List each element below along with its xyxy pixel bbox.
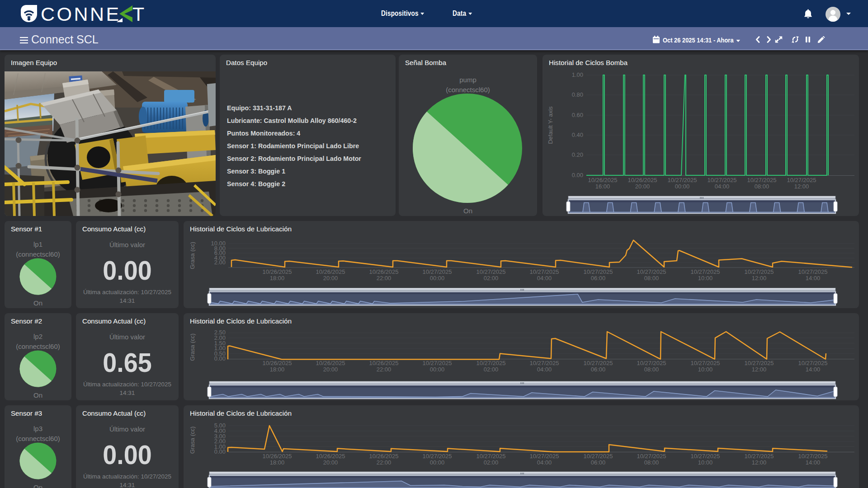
svg-text:10/27/2025: 10/27/2025 [690, 268, 720, 275]
svg-text:10/27/2025: 10/27/2025 [529, 453, 559, 460]
svg-text:1.00: 1.00 [572, 71, 583, 78]
svg-text:10/26/2025: 10/26/2025 [369, 268, 398, 275]
svg-text:10/26/2025: 10/26/2025 [316, 453, 345, 460]
svg-text:10/27/2025: 10/27/2025 [583, 268, 613, 275]
svg-text:10:00: 10:00 [698, 275, 713, 282]
svg-text:10/26/2025: 10/26/2025 [262, 453, 292, 460]
svg-text:10/26/2025: 10/26/2025 [262, 360, 292, 366]
svg-text:10/27/2025: 10/27/2025 [476, 360, 505, 366]
svg-text:00:00: 00:00 [675, 183, 690, 190]
svg-text:18:00: 18:00 [270, 366, 285, 373]
svg-text:10/27/2025: 10/27/2025 [583, 360, 613, 366]
svg-text:10/27/2025: 10/27/2025 [529, 360, 559, 366]
svg-text:12:00: 12:00 [752, 366, 767, 373]
svg-text:10/26/2025: 10/26/2025 [588, 177, 617, 183]
svg-text:10/27/2025: 10/27/2025 [690, 360, 720, 366]
svg-text:10:00: 10:00 [698, 459, 713, 466]
svg-text:14:00: 14:00 [806, 366, 821, 373]
svg-text:10/27/2025: 10/27/2025 [744, 268, 774, 275]
svg-text:10/26/2025: 10/26/2025 [316, 268, 345, 275]
svg-text:16:00: 16:00 [595, 183, 610, 190]
svg-text:10/26/2025: 10/26/2025 [262, 268, 292, 275]
svg-text:10/27/2025: 10/27/2025 [422, 453, 452, 460]
svg-text:10/27/2025: 10/27/2025 [667, 177, 697, 183]
svg-text:06:00: 06:00 [591, 459, 606, 466]
svg-text:Default Y- axis: Default Y- axis [547, 106, 554, 144]
svg-text:0.00: 0.00 [214, 355, 226, 362]
svg-text:10/27/2025: 10/27/2025 [637, 268, 666, 275]
svg-text:08:00: 08:00 [644, 459, 659, 466]
svg-text:10/27/2025: 10/27/2025 [637, 453, 666, 460]
svg-text:10/27/2025: 10/27/2025 [422, 268, 452, 275]
svg-text:10/27/2025: 10/27/2025 [690, 453, 720, 460]
svg-text:10/26/2025: 10/26/2025 [627, 177, 657, 183]
svg-text:Grasa (cc): Grasa (cc) [189, 242, 196, 269]
svg-text:00:00: 00:00 [430, 366, 445, 373]
svg-text:10/27/2025: 10/27/2025 [744, 360, 774, 366]
svg-text:06:00: 06:00 [591, 275, 606, 282]
svg-text:10/27/2025: 10/27/2025 [798, 360, 827, 366]
svg-text:18:00: 18:00 [270, 275, 285, 282]
svg-text:04:00: 04:00 [537, 366, 552, 373]
svg-text:22:00: 22:00 [377, 459, 392, 466]
svg-text:18:00: 18:00 [270, 459, 285, 466]
svg-text:10/27/2025: 10/27/2025 [798, 268, 827, 275]
svg-text:02:00: 02:00 [484, 275, 499, 282]
svg-text:10:00: 10:00 [698, 366, 713, 373]
svg-text:14:00: 14:00 [806, 275, 821, 282]
svg-text:10/27/2025: 10/27/2025 [422, 360, 452, 366]
svg-text:0.40: 0.40 [572, 131, 583, 138]
svg-text:Grasa (cc): Grasa (cc) [189, 333, 196, 361]
svg-text:Grasa (cc): Grasa (cc) [189, 427, 196, 454]
svg-text:0.00: 0.00 [214, 448, 226, 455]
svg-text:10/26/2025: 10/26/2025 [316, 360, 345, 366]
svg-text:2.00: 2.00 [214, 259, 226, 266]
svg-text:10/27/2025: 10/27/2025 [529, 268, 559, 275]
svg-text:12:00: 12:00 [794, 183, 809, 190]
svg-text:12:00: 12:00 [752, 459, 767, 466]
svg-text:08:00: 08:00 [644, 366, 659, 373]
svg-text:10/27/2025: 10/27/2025 [707, 177, 736, 183]
svg-text:00:00: 00:00 [430, 275, 445, 282]
svg-text:12:00: 12:00 [752, 275, 767, 282]
svg-text:10/27/2025: 10/27/2025 [747, 177, 776, 183]
svg-text:08:00: 08:00 [755, 183, 769, 190]
svg-text:22:00: 22:00 [377, 275, 392, 282]
svg-text:10/27/2025: 10/27/2025 [787, 177, 816, 183]
svg-text:10/26/2025: 10/26/2025 [369, 360, 398, 366]
svg-text:20:00: 20:00 [635, 183, 650, 190]
svg-text:10/27/2025: 10/27/2025 [476, 268, 505, 275]
svg-text:20:00: 20:00 [323, 275, 338, 282]
svg-text:0.60: 0.60 [572, 112, 583, 118]
svg-text:10/27/2025: 10/27/2025 [744, 453, 774, 460]
svg-text:04:00: 04:00 [537, 459, 552, 466]
svg-text:10/27/2025: 10/27/2025 [583, 453, 613, 460]
svg-text:02:00: 02:00 [484, 459, 499, 466]
svg-text:0.20: 0.20 [572, 151, 583, 158]
svg-text:10/26/2025: 10/26/2025 [369, 453, 398, 460]
svg-text:04:00: 04:00 [537, 275, 552, 282]
svg-text:10/27/2025: 10/27/2025 [637, 360, 666, 366]
svg-text:20:00: 20:00 [323, 459, 338, 466]
svg-text:06:00: 06:00 [591, 366, 606, 373]
svg-text:20:00: 20:00 [323, 366, 338, 373]
svg-text:08:00: 08:00 [644, 275, 659, 282]
svg-text:22:00: 22:00 [377, 366, 392, 373]
svg-text:10/27/2025: 10/27/2025 [476, 453, 505, 460]
svg-text:0.80: 0.80 [572, 91, 583, 98]
svg-text:04:00: 04:00 [715, 183, 730, 190]
svg-text:0.00: 0.00 [572, 172, 583, 178]
svg-text:02:00: 02:00 [484, 366, 499, 373]
svg-text:00:00: 00:00 [430, 459, 445, 466]
svg-text:14:00: 14:00 [806, 459, 821, 466]
svg-text:10/27/2025: 10/27/2025 [798, 453, 827, 460]
